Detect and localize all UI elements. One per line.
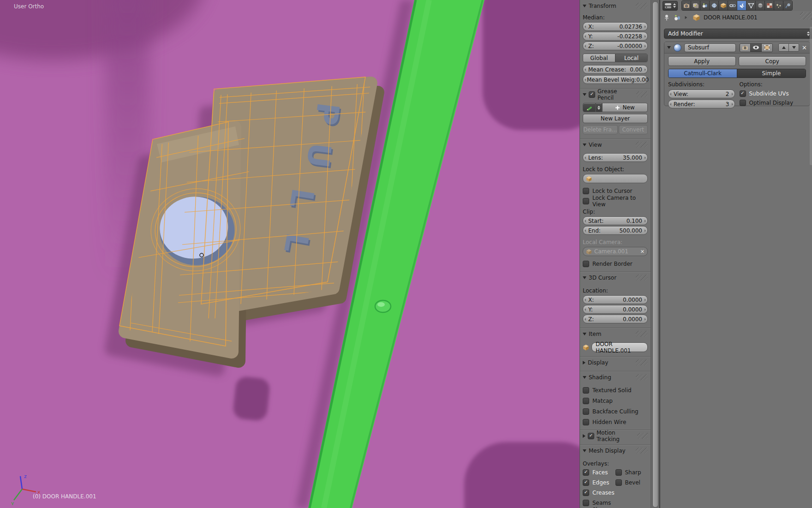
panel-grip[interactable] xyxy=(637,433,648,439)
sharp-checkbox[interactable] xyxy=(615,469,622,476)
clip-start-field[interactable]: Start:0.100 xyxy=(583,216,648,225)
clear-camera-icon[interactable]: ✕ xyxy=(640,249,645,255)
panel-grip[interactable] xyxy=(636,142,648,148)
add-modifier-dropdown[interactable]: Add Modifier xyxy=(664,29,812,39)
render-subdivisions-field[interactable]: Render:3 xyxy=(668,100,735,108)
modifier-name-field[interactable]: Subsurf xyxy=(684,43,736,52)
panel-transform-header[interactable]: Transform xyxy=(583,1,648,10)
pin-icon[interactable] xyxy=(663,14,670,21)
breadcrumb-object-name[interactable]: DOOR HANDLE.001 xyxy=(704,14,758,21)
properties-editor-icon xyxy=(664,3,672,9)
bevel-checkbox[interactable] xyxy=(615,479,622,486)
move-modifier-down-button[interactable] xyxy=(788,44,799,51)
tab-material[interactable] xyxy=(755,1,764,10)
panel-shading-header[interactable]: Shading xyxy=(583,373,648,382)
panel-motion-tracking-header[interactable]: Motion Tracking xyxy=(583,431,648,440)
catmull-clark-option[interactable]: Catmull-Clark xyxy=(669,69,737,78)
render-visibility-toggle[interactable] xyxy=(740,44,751,52)
optimal-display-checkbox[interactable] xyxy=(740,100,746,106)
move-modifier-up-button[interactable] xyxy=(779,44,788,51)
apply-button[interactable]: Apply xyxy=(668,56,736,66)
panel-grip[interactable] xyxy=(636,275,648,281)
delete-modifier-icon[interactable]: ✕ xyxy=(802,44,807,51)
view-subdivisions-field[interactable]: View:2 xyxy=(668,90,735,98)
tab-scene[interactable] xyxy=(700,1,709,10)
median-y-field[interactable]: Y:-0.02258 xyxy=(583,32,648,41)
editor-type-button[interactable] xyxy=(663,1,678,11)
median-z-field[interactable]: Z:-0.00000 xyxy=(583,42,648,50)
simple-option[interactable]: Simple xyxy=(737,69,806,78)
local-camera-field[interactable]: Camera.001 ✕ xyxy=(583,247,648,256)
convert-button[interactable]: Convert xyxy=(619,125,648,134)
tab-physics[interactable] xyxy=(783,1,792,10)
scrollbar-thumb[interactable] xyxy=(652,1,658,508)
draw-mode-stepper[interactable] xyxy=(596,103,602,112)
copy-button[interactable]: Copy xyxy=(739,56,806,66)
modifier-expand-arrow[interactable] xyxy=(667,46,671,49)
cursor-x-field[interactable]: X:0.0000 xyxy=(583,295,648,304)
properties-scrollbar[interactable] xyxy=(810,27,812,165)
panel-grip[interactable] xyxy=(636,359,648,365)
mean-bevel-weight-field[interactable]: Mean Bevel Weig:0.00 xyxy=(583,75,648,84)
hidden-wire-checkbox[interactable] xyxy=(583,419,589,425)
panel-mesh-display-header[interactable]: Mesh Display xyxy=(583,446,648,455)
lens-field[interactable]: Lens:35.000 xyxy=(583,153,648,162)
motion-tracking-checkbox[interactable] xyxy=(588,433,594,439)
tab-texture[interactable] xyxy=(764,1,774,10)
shelf-scrollbar[interactable] xyxy=(651,0,659,508)
3d-viewport[interactable]: P U L L P U L L xyxy=(0,0,579,508)
panel-view-header[interactable]: View xyxy=(583,140,648,149)
panel-item-header[interactable]: Item xyxy=(583,329,648,338)
panel-grease-pencil-header[interactable]: Grease Pencil xyxy=(583,90,648,99)
panel-3d-cursor-header[interactable]: 3D Cursor xyxy=(583,273,648,282)
delete-frame-button[interactable]: Delete Fra... xyxy=(583,125,618,134)
matcap-checkbox[interactable] xyxy=(583,398,589,404)
tab-object-data[interactable] xyxy=(746,1,755,10)
mean-crease-field[interactable]: Mean Crease:0.00 xyxy=(583,65,648,74)
global-toggle[interactable]: Global xyxy=(583,54,615,62)
panel-grip[interactable] xyxy=(636,448,648,454)
local-toggle[interactable]: Local xyxy=(615,54,647,62)
tab-render[interactable] xyxy=(682,1,691,10)
render-border-checkbox[interactable] xyxy=(583,261,589,267)
modifier-body: Apply Copy Catmull-Clark Simple Subdivis… xyxy=(664,54,810,111)
tab-particles[interactable] xyxy=(774,1,783,10)
panel-grip[interactable] xyxy=(636,3,648,9)
panel-grip[interactable] xyxy=(636,91,648,97)
tab-object[interactable] xyxy=(718,1,728,10)
tab-world[interactable] xyxy=(709,1,718,10)
cursor-y-field[interactable]: Y:0.0000 xyxy=(583,305,648,314)
tab-render-layers[interactable] xyxy=(691,1,700,10)
tab-modifiers[interactable] xyxy=(737,1,746,10)
panel-grip[interactable] xyxy=(636,331,648,337)
viewport-visibility-toggle[interactable] xyxy=(750,44,761,52)
lock-to-object-field[interactable] xyxy=(583,174,648,183)
panel-grip[interactable] xyxy=(636,374,648,380)
panel-display-header[interactable]: Display xyxy=(583,358,648,367)
subdivide-uvs-checkbox[interactable] xyxy=(740,90,746,97)
creases-checkbox[interactable] xyxy=(583,490,589,496)
seams-checkbox[interactable] xyxy=(583,500,589,506)
modifier-panel-subsurf: Subsurf ✕ xyxy=(664,42,810,106)
lock-to-cursor-checkbox[interactable] xyxy=(583,188,589,194)
median-x-field[interactable]: X:0.02736 xyxy=(583,22,648,31)
grease-pencil-checkbox[interactable] xyxy=(589,91,595,98)
editor-type-stepper[interactable] xyxy=(673,3,676,8)
edit-mode-visibility-toggle[interactable] xyxy=(761,44,772,52)
clip-end-field[interactable]: End:500.000 xyxy=(583,226,648,235)
cursor-z-field[interactable]: Z:0.0000 xyxy=(583,315,648,323)
properties-editor: DOOR HANDLE.001 Add Modifier Subsurf xyxy=(659,0,812,508)
editor-corner-grip[interactable] xyxy=(800,12,812,19)
object-name-field[interactable]: DOOR HANDLE.001 xyxy=(591,342,648,352)
textured-solid-checkbox[interactable] xyxy=(583,387,589,394)
draw-mode-icon[interactable] xyxy=(583,103,596,112)
grease-pencil-new-button[interactable]: New xyxy=(602,103,648,112)
tab-constraints[interactable] xyxy=(728,1,737,10)
lock-camera-checkbox[interactable] xyxy=(583,198,589,204)
edges-checkbox[interactable] xyxy=(583,479,589,486)
backface-culling-checkbox[interactable] xyxy=(583,408,589,415)
scene-icon[interactable] xyxy=(674,14,681,21)
new-layer-button[interactable]: New Layer xyxy=(583,114,648,123)
faces-checkbox[interactable] xyxy=(583,469,589,476)
blender-window: P U L L P U L L xyxy=(0,0,812,508)
